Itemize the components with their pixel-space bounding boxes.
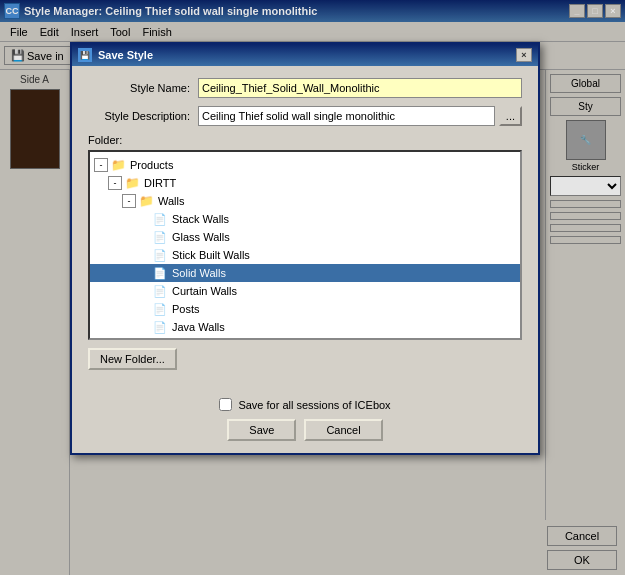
modal-overlay: 💾 Save Style × Style Name: Style Descrip… xyxy=(0,0,625,575)
style-desc-row: Style Description: ... xyxy=(88,106,522,126)
folder-label: Folder: xyxy=(88,134,522,146)
tree-item[interactable]: Solid Walls xyxy=(90,264,520,282)
style-name-label: Style Name: xyxy=(88,82,198,94)
document-icon xyxy=(152,248,168,262)
tree-item-label: Curtain Walls xyxy=(172,285,237,297)
tree-expand-icon[interactable]: - xyxy=(108,176,122,190)
tree-item[interactable]: -Products xyxy=(90,156,520,174)
tree-scroll: -Products-DIRTT-WallsStack WallsGlass Wa… xyxy=(90,152,520,340)
tree-item[interactable]: -Walls xyxy=(90,192,520,210)
tree-item[interactable]: Stack Walls xyxy=(90,210,520,228)
dialog-icon: 💾 xyxy=(78,48,92,62)
document-icon xyxy=(152,266,168,280)
checkbox-row: Save for all sessions of ICEbox xyxy=(88,398,522,411)
tree-item[interactable]: -DIRTT xyxy=(90,174,520,192)
tree-item-label: DIRTT xyxy=(144,177,176,189)
dialog-body: Style Name: Style Description: ... Folde… xyxy=(72,66,538,382)
dialog-footer: Save for all sessions of ICEbox Save Can… xyxy=(72,382,538,453)
style-desc-label: Style Description: xyxy=(88,110,198,122)
dialog-buttons: Save Cancel xyxy=(88,419,522,441)
document-icon xyxy=(152,212,168,226)
tree-item[interactable]: Medical xyxy=(90,336,520,340)
tree-item[interactable]: Java Walls xyxy=(90,318,520,336)
tree-expand-icon[interactable]: - xyxy=(122,194,136,208)
tree-item-label: Products xyxy=(130,159,173,171)
checkbox-label: Save for all sessions of ICEbox xyxy=(238,399,390,411)
tree-item-label: Walls xyxy=(158,195,184,207)
folder-icon xyxy=(110,158,126,172)
save-button[interactable]: Save xyxy=(227,419,296,441)
dialog-titlebar: 💾 Save Style × xyxy=(72,44,538,66)
tree-item-label: Posts xyxy=(172,303,200,315)
document-icon xyxy=(152,338,168,340)
tree-item[interactable]: Curtain Walls xyxy=(90,282,520,300)
document-icon xyxy=(152,230,168,244)
folder-icon xyxy=(124,176,140,190)
save-style-dialog: 💾 Save Style × Style Name: Style Descrip… xyxy=(70,42,540,455)
dialog-title: Save Style xyxy=(98,49,153,61)
dialog-close-button[interactable]: × xyxy=(516,48,532,62)
folder-tree[interactable]: -Products-DIRTT-WallsStack WallsGlass Wa… xyxy=(88,150,522,340)
tree-expand-icon[interactable]: - xyxy=(94,158,108,172)
tree-item-label: Glass Walls xyxy=(172,231,230,243)
save-all-sessions-checkbox[interactable] xyxy=(219,398,232,411)
tree-item-label: Stack Walls xyxy=(172,213,229,225)
style-name-input[interactable] xyxy=(198,78,522,98)
document-icon xyxy=(152,320,168,334)
tree-item-label: Stick Built Walls xyxy=(172,249,250,261)
tree-item-label: Java Walls xyxy=(172,321,225,333)
tree-item-label: Solid Walls xyxy=(172,267,226,279)
folder-icon xyxy=(138,194,154,208)
new-folder-button[interactable]: New Folder... xyxy=(88,348,177,370)
tree-item[interactable]: Posts xyxy=(90,300,520,318)
style-desc-input[interactable] xyxy=(198,106,495,126)
tree-item[interactable]: Glass Walls xyxy=(90,228,520,246)
document-icon xyxy=(152,284,168,298)
document-icon xyxy=(152,302,168,316)
style-desc-ellipsis-button[interactable]: ... xyxy=(499,106,522,126)
style-name-row: Style Name: xyxy=(88,78,522,98)
tree-item-label: Medical xyxy=(172,339,210,340)
cancel-button[interactable]: Cancel xyxy=(304,419,382,441)
tree-item[interactable]: Stick Built Walls xyxy=(90,246,520,264)
